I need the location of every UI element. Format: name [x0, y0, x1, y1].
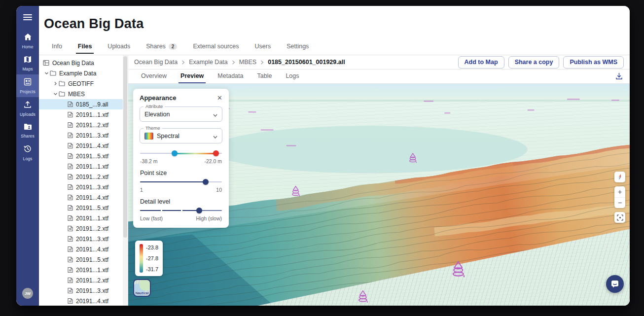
breadcrumb-item[interactable]: Example Data: [189, 59, 228, 66]
spectral-swatch-icon: [144, 133, 153, 140]
elevation-range-slider[interactable]: [140, 150, 222, 157]
point-size-handle[interactable]: [203, 179, 209, 185]
tree-scrollbar[interactable]: [123, 55, 128, 306]
range-handle-max[interactable]: [213, 150, 219, 156]
tab-shares[interactable]: Shares2: [138, 42, 185, 54]
detail-level-slider[interactable]: [140, 207, 222, 214]
sidebar-item-home[interactable]: Home: [16, 30, 39, 52]
fit-extent-button[interactable]: [614, 212, 625, 223]
basemap-thumbnail[interactable]: Nautical: [133, 279, 151, 297]
tree-row-label: 20191...5.xtf: [76, 256, 108, 263]
tree-row-file[interactable]: 20191...2.xtf: [39, 172, 123, 182]
tree-row-project[interactable]: Ocean Big Data: [39, 58, 123, 68]
download-icon[interactable]: [615, 72, 623, 82]
app-window: HomeMapsProjectsUploadsSharesLogs JW Oce…: [16, 6, 630, 306]
tree-row-file[interactable]: 20191...2.xtf: [39, 223, 123, 234]
project-icon: [43, 60, 49, 66]
tree-row-file[interactable]: 20191...3.xtf: [39, 285, 123, 296]
share-a-copy-button[interactable]: Share a copy: [508, 56, 560, 69]
tab-files[interactable]: Files: [70, 42, 100, 54]
compass-button[interactable]: [614, 172, 625, 182]
breadcrumb-item[interactable]: MBES: [239, 59, 256, 66]
chat-button[interactable]: [606, 275, 624, 293]
sidebar-item-maps[interactable]: Maps: [16, 52, 39, 74]
file-icon: [68, 298, 73, 304]
sidebar-item-label: Logs: [23, 156, 33, 161]
chevron-down-icon: [213, 132, 217, 140]
file-tab-overview[interactable]: Overview: [134, 70, 174, 83]
file-toolbar: Ocean Big DataExample DataMBES0185_20150…: [128, 55, 630, 70]
wreck-symbol-icon: [292, 186, 299, 196]
add-to-map-button[interactable]: Add to Map: [458, 56, 504, 69]
tree-row-file[interactable]: 20191...3.xtf: [39, 130, 123, 140]
tab-users[interactable]: Users: [247, 42, 279, 54]
theme-select[interactable]: Theme Spectral: [140, 128, 222, 143]
sidebar-item-label: Home: [22, 44, 33, 49]
map-canvas[interactable]: Appearance ✕ Attribute Elevation Theme S…: [128, 84, 630, 306]
tree-row-file[interactable]: 20191...1.xtf: [39, 213, 123, 223]
sidebar-item-label: Projects: [20, 89, 36, 94]
tree-row-file[interactable]: 20191...1.xtf: [39, 109, 123, 120]
nav-rail-items: HomeMapsProjectsUploadsSharesLogs: [16, 30, 39, 164]
sidebar-item-projects[interactable]: Projects: [16, 74, 39, 97]
basemap-label: Nautical: [134, 291, 150, 295]
tree-row-folder[interactable]: MBES: [39, 89, 123, 99]
tree-row-file[interactable]: 20191...3.xtf: [39, 234, 123, 244]
sidebar-item-logs[interactable]: Logs: [16, 141, 39, 164]
tab-uploads[interactable]: Uploads: [100, 42, 138, 54]
avatar[interactable]: JW: [22, 288, 33, 299]
tree-row-file[interactable]: 20191...5.xtf: [39, 254, 123, 265]
close-icon[interactable]: ✕: [217, 95, 222, 101]
tab-info[interactable]: Info: [44, 42, 70, 54]
tree-row-file[interactable]: 20191...2.xtf: [39, 275, 123, 285]
point-size-label: Point size: [140, 170, 222, 176]
fit-extent-icon: [617, 214, 623, 221]
range-handle-min[interactable]: [172, 150, 178, 156]
file-tab-preview[interactable]: Preview: [174, 70, 211, 83]
tree-row-file[interactable]: 20191...1.xtf: [39, 161, 123, 172]
menu-icon[interactable]: [23, 14, 32, 23]
tree-row-file[interactable]: 20191...5.xtf: [39, 203, 123, 213]
chevron-right-icon[interactable]: [52, 81, 59, 86]
chevron-down-icon: [213, 110, 217, 119]
tree-row-file[interactable]: 20191...1.xtf: [39, 265, 123, 275]
file-tab-table[interactable]: Table: [250, 70, 279, 83]
file-tab-metadata[interactable]: Metadata: [211, 70, 250, 83]
file-tree: Ocean Big DataExample DataGEOTIFFMBES018…: [39, 55, 123, 306]
zoom-out-button[interactable]: −: [614, 197, 625, 209]
tab-settings[interactable]: Settings: [279, 42, 317, 54]
range-min-label: -38.2 m: [140, 158, 158, 164]
folder-icon: [50, 70, 56, 76]
sidebar-item-shares[interactable]: Shares: [16, 120, 39, 141]
tree-row-label: 20191...3.xtf: [76, 132, 108, 139]
tree-scrollbar-thumb[interactable]: [123, 56, 127, 238]
tree-row-file[interactable]: 20191...5.xtf: [39, 151, 123, 161]
tree-row-file[interactable]: 20191...4.xtf: [39, 192, 123, 203]
breadcrumb-item[interactable]: Ocean Big Data: [134, 59, 178, 66]
tree-row-label: 0185_...9.all: [76, 101, 108, 108]
tab-external-sources[interactable]: External sources: [185, 42, 247, 54]
sidebar-item-uploads[interactable]: Uploads: [16, 97, 39, 120]
minus-icon: −: [618, 199, 622, 207]
attribute-select[interactable]: Attribute Elevation: [140, 106, 222, 122]
publish-as-wms-button[interactable]: Publish as WMS: [563, 56, 624, 69]
zoom-in-button[interactable]: +: [614, 186, 625, 197]
file-icon: [68, 236, 73, 242]
file-tab-logs[interactable]: Logs: [279, 70, 306, 83]
tree-row-file[interactable]: 20191...4.xtf: [39, 140, 123, 151]
tree-row-folder[interactable]: Example Data: [39, 68, 123, 78]
logs-icon: [24, 145, 32, 155]
tree-row-file[interactable]: 20191...2.xtf: [39, 120, 123, 130]
tree-row-label: 20191...1.xtf: [76, 267, 108, 274]
chevron-down-icon[interactable]: [43, 71, 50, 75]
point-size-slider[interactable]: [140, 178, 222, 185]
file-icon: [68, 174, 73, 180]
tree-row-file[interactable]: 0185_...9.all: [39, 99, 123, 109]
tree-row-label: 20191...4.xtf: [76, 246, 108, 253]
tree-row-file[interactable]: 20191...4.xtf: [39, 296, 123, 306]
tree-row-file[interactable]: 20191...3.xtf: [39, 182, 123, 192]
tree-row-file[interactable]: 20191...4.xtf: [39, 244, 123, 254]
chevron-down-icon[interactable]: [52, 92, 59, 96]
detail-level-handle[interactable]: [196, 208, 202, 213]
tree-row-folder[interactable]: GEOTIFF: [39, 78, 123, 89]
